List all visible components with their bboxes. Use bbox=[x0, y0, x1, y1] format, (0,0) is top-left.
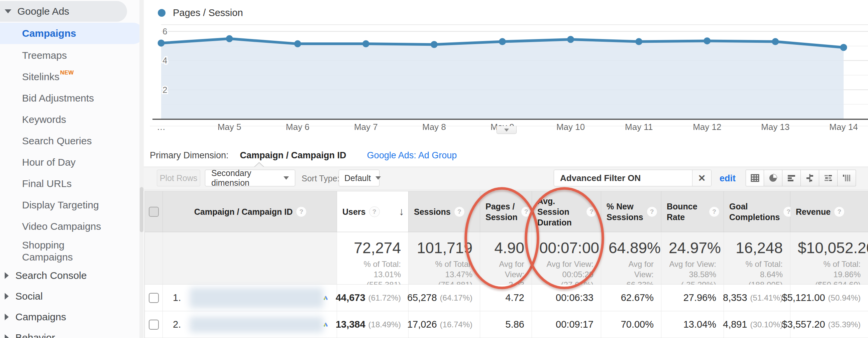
column-header-goal-completions[interactable]: Goal Completions? bbox=[724, 191, 790, 232]
row-checkbox[interactable] bbox=[149, 293, 159, 303]
sidebar-item-search-queries[interactable]: Search Queries bbox=[0, 130, 144, 151]
data-point[interactable] bbox=[704, 37, 711, 44]
metric-value: 5.86 bbox=[505, 319, 524, 330]
sidebar-item-bid-adjustments[interactable]: Bid Adjustments bbox=[0, 88, 144, 109]
help-icon[interactable]: ? bbox=[454, 206, 465, 217]
column-header-users[interactable]: Users?↓ bbox=[337, 191, 409, 232]
dimension-ad-group-link[interactable]: Google Ads: Ad Group bbox=[367, 150, 457, 161]
cell-revenue: $3,557.20(35.39%) bbox=[790, 311, 868, 338]
data-point[interactable] bbox=[294, 40, 301, 47]
column-header-new-sessions[interactable]: % New Sessions? bbox=[601, 191, 661, 232]
column-header-label: Users bbox=[342, 206, 366, 217]
scrollbar-thumb[interactable] bbox=[140, 187, 144, 232]
select-all-checkbox[interactable] bbox=[149, 207, 159, 217]
sort-type-dropdown[interactable]: Default bbox=[339, 170, 379, 187]
help-icon[interactable]: ? bbox=[369, 206, 380, 217]
help-icon[interactable]: ? bbox=[647, 206, 657, 217]
column-header-label: Revenue bbox=[796, 206, 831, 217]
cell-sessions: 65,278(64.17%) bbox=[409, 284, 480, 311]
column-header-label: Pages / Session bbox=[486, 201, 518, 223]
sidebar-item-search-console[interactable]: Search Console bbox=[0, 265, 144, 286]
dimension-campaign-id-tab[interactable]: Campaign / Campaign ID bbox=[240, 150, 346, 161]
sidebar-item-keywords[interactable]: Keywords bbox=[0, 109, 144, 130]
x-axis-tick: May 10 bbox=[556, 122, 585, 132]
data-point[interactable] bbox=[635, 38, 642, 45]
sidebar-item-video-campaigns[interactable]: Video Campaigns bbox=[0, 216, 144, 237]
pivot-view-button[interactable] bbox=[838, 170, 856, 187]
table-view-button[interactable] bbox=[746, 170, 764, 187]
sidebar-item-sitelinks[interactable]: SitelinksNEW bbox=[0, 66, 144, 88]
data-point[interactable] bbox=[431, 41, 438, 48]
help-icon[interactable]: ? bbox=[709, 206, 719, 217]
summary-pages-session: 4.90Avg for View: 3.93 (24.58%) bbox=[480, 232, 532, 284]
sidebar-item-google-ads[interactable]: Google Ads bbox=[0, 1, 127, 22]
sidebar-item-label: Behavior bbox=[16, 332, 55, 338]
redacted-campaign-name bbox=[190, 317, 323, 333]
term-cloud-view-button[interactable] bbox=[819, 170, 838, 187]
secondary-dimension-dropdown[interactable]: Secondary dimension bbox=[205, 170, 295, 187]
data-point[interactable] bbox=[363, 40, 369, 47]
sidebar-item-label: Search Console bbox=[16, 270, 87, 281]
primary-dimension-label: Primary Dimension: bbox=[150, 150, 229, 161]
column-header-label: Sessions bbox=[414, 206, 451, 217]
help-icon[interactable]: ? bbox=[586, 206, 597, 217]
edit-filter-link[interactable]: edit bbox=[719, 167, 736, 190]
metric-percent: (51.41%) bbox=[750, 293, 783, 303]
column-header-pages-session[interactable]: Pages / Session? bbox=[480, 191, 532, 232]
x-axis-tick: May 8 bbox=[422, 122, 446, 132]
sidebar-item-social[interactable]: Social bbox=[0, 286, 144, 307]
sidebar-item-shopping-campaigns[interactable]: Shopping Campaigns bbox=[0, 237, 144, 265]
summary-value: 24.97% bbox=[669, 239, 716, 257]
report-content: Pages / Session 246…May 5May 6May 7May 8… bbox=[144, 0, 868, 338]
data-point[interactable] bbox=[567, 36, 574, 43]
data-point[interactable] bbox=[840, 44, 847, 51]
comparison-view-button[interactable] bbox=[801, 170, 819, 187]
sidebar-item-final-urls[interactable]: Final URLs bbox=[0, 173, 144, 194]
sidebar-item-label: Shopping Campaigns bbox=[22, 239, 106, 263]
column-header-campaign-campaign-id[interactable]: Campaign / Campaign ID? bbox=[163, 191, 337, 232]
help-icon[interactable]: ? bbox=[296, 206, 307, 217]
sidebar-item-hour-of-day[interactable]: Hour of Day bbox=[0, 151, 144, 173]
sidebar-item-label: Search Queries bbox=[22, 135, 92, 147]
column-header-avg-session-duration[interactable]: Avg. Session Duration? bbox=[532, 191, 601, 232]
cell-goal-completions: 8,353(51.41%) bbox=[724, 284, 790, 311]
metric-value: 65,278 bbox=[407, 292, 437, 303]
metric-value: 4,891 bbox=[723, 319, 747, 330]
data-point[interactable] bbox=[772, 38, 779, 45]
data-point[interactable] bbox=[499, 38, 506, 45]
column-header-label: Avg. Session Duration bbox=[537, 196, 583, 228]
performance-view-button[interactable] bbox=[782, 170, 801, 187]
report-toolbar: Plot Rows Secondary dimension Sort Type:… bbox=[144, 167, 868, 190]
sidebar-item-campaigns[interactable]: Campaigns bbox=[0, 23, 144, 44]
percentage-view-button[interactable] bbox=[764, 170, 782, 187]
sidebar-item-campaigns[interactable]: Campaigns bbox=[0, 307, 144, 327]
sort-descending-icon[interactable]: ↓ bbox=[399, 205, 404, 218]
column-header-sessions[interactable]: Sessions? bbox=[409, 191, 480, 232]
clear-filter-button[interactable]: ✕ bbox=[692, 170, 711, 186]
sidebar-item-label: Final URLs bbox=[22, 178, 71, 190]
annotations-drawer-toggle[interactable] bbox=[497, 126, 517, 134]
primary-dimension-row: Primary Dimension: Campaign / Campaign I… bbox=[150, 146, 457, 164]
metric-value: 00:09:17 bbox=[556, 319, 593, 330]
sidebar-scrollbar[interactable] bbox=[140, 0, 144, 338]
data-point[interactable] bbox=[226, 35, 233, 42]
plot-rows-button[interactable]: Plot Rows bbox=[157, 170, 200, 187]
column-header-label: % New Sessions bbox=[607, 201, 643, 223]
data-point[interactable] bbox=[158, 39, 165, 46]
sidebar-item-label: Social bbox=[16, 291, 43, 302]
help-icon[interactable]: ? bbox=[834, 206, 845, 217]
summary-revenue: $10,052.20% of Total: 19.86% ($50,624.60… bbox=[790, 232, 868, 284]
column-header-label: Goal Completions bbox=[729, 201, 780, 223]
sidebar-item-treemaps[interactable]: Treemaps bbox=[0, 45, 144, 66]
sidebar-item-behavior[interactable]: Behavior bbox=[0, 327, 144, 338]
column-header-revenue[interactable]: Revenue? bbox=[790, 191, 868, 232]
help-icon[interactable]: ? bbox=[521, 206, 532, 217]
x-axis-tick: May 11 bbox=[625, 122, 653, 132]
summary-empty-cell bbox=[145, 232, 163, 284]
advanced-filter-box[interactable]: Advanced Filter ON ✕ bbox=[554, 170, 712, 187]
sidebar-item-display-targeting[interactable]: Display Targeting bbox=[0, 194, 144, 216]
row-checkbox[interactable] bbox=[149, 319, 159, 330]
summary-users: 72,274% of Total: 13.01% (555,381) bbox=[337, 232, 409, 284]
column-header-bounce-rate[interactable]: Bounce Rate? bbox=[661, 191, 724, 232]
select-all-cell bbox=[145, 191, 163, 232]
